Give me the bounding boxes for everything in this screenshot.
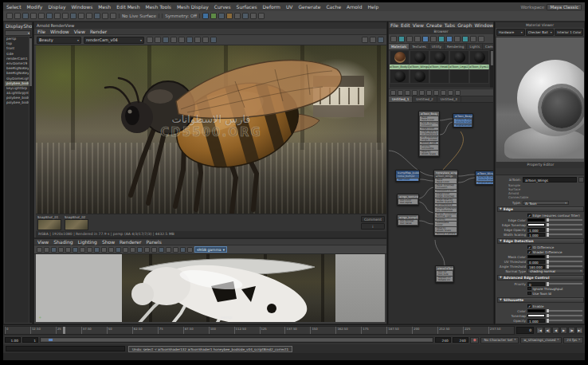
node-place2dtexture1[interactable]: place2dTexture1Out UVOut SizeRepeat UVRo…	[435, 265, 454, 283]
timeline-tick[interactable]: 62.50	[132, 327, 158, 334]
create-material-icon[interactable]	[422, 36, 429, 42]
auto-key-button[interactable]: ◆	[470, 337, 480, 343]
swatch-size-icon[interactable]	[454, 36, 461, 42]
scale-tool-icon[interactable]	[86, 13, 92, 19]
node-attr-row[interactable]: Silhouette	[420, 147, 438, 150]
node-attr-row[interactable]: Base	[420, 116, 438, 119]
dropdown[interactable]: shading normal▾	[527, 269, 584, 273]
use-all-lights-icon[interactable]	[123, 247, 128, 253]
category-tab[interactable]: Textures	[410, 44, 429, 49]
slider[interactable]	[547, 310, 582, 312]
browser-header[interactable]: Browser	[389, 29, 493, 34]
gate-mask-icon[interactable]	[73, 247, 78, 253]
node-attr-row[interactable]: Base Color	[435, 181, 457, 183]
plane-split-icon[interactable]	[187, 247, 193, 253]
checkbox[interactable]: ✓	[527, 214, 531, 218]
snap-grid-icon[interactable]	[94, 13, 100, 19]
menu-item[interactable]: Generate	[298, 4, 320, 10]
clip-dropdown[interactable]: w_sitswings_closed ▾	[520, 337, 562, 343]
node-attr-row[interactable]: Angle Threshold	[435, 213, 457, 215]
menu-item[interactable]: Display	[48, 4, 65, 10]
node-bumpmap-bubbles-v04[interactable]: bumpMap_bubbles_v04noise_bump2Out Color	[395, 170, 420, 182]
list-view-icon[interactable]	[446, 36, 453, 42]
node-editor-canvas[interactable]: aiToon_BodyBaseBase ColorBase TonemapEmi…	[389, 103, 494, 324]
menu-item[interactable]: Mesh Tools	[145, 4, 171, 10]
graph-tab[interactable]: Untitled_3	[437, 96, 461, 102]
node-attr-row[interactable]: Surface Shader	[476, 176, 493, 179]
slider[interactable]	[547, 265, 582, 267]
playback-button[interactable]: |◀	[536, 327, 543, 334]
render-current-icon[interactable]	[202, 13, 209, 19]
xray-icon[interactable]	[173, 247, 178, 253]
info-icon[interactable]	[210, 37, 217, 43]
viewport-menu-item[interactable]: Panels	[146, 239, 161, 245]
debug-shading-icon[interactable]	[186, 37, 193, 43]
material-swatch[interactable]	[469, 50, 489, 65]
save-image-icon[interactable]	[194, 37, 201, 43]
timeline-tick[interactable]: 75	[158, 327, 183, 334]
textured-icon[interactable]	[116, 247, 121, 253]
material-preview[interactable]	[496, 37, 585, 162]
refresh-icon[interactable]	[414, 36, 421, 42]
playback-button[interactable]: ▶	[560, 327, 567, 334]
node-attr-row[interactable]: ID Difference	[435, 204, 457, 206]
section-header-silhouette[interactable]: ▼Silhouette	[497, 297, 584, 303]
isolate-select-icon[interactable]	[166, 247, 171, 253]
slider[interactable]	[547, 283, 582, 285]
menu-item[interactable]: Windows	[72, 4, 93, 10]
undo-icon[interactable]	[30, 13, 37, 19]
node-attr-row[interactable]: Out Color	[397, 179, 418, 181]
forward-icon[interactable]	[398, 36, 405, 42]
menu-item[interactable]: Select	[6, 4, 22, 10]
slider[interactable]	[547, 315, 582, 316]
node-attr-row[interactable]: Surface Shader	[454, 119, 472, 121]
compare-icon[interactable]	[171, 37, 177, 43]
section-header-advanced-edge-control[interactable]: ▼Advanced Edge Control	[497, 275, 584, 281]
slider[interactable]	[547, 256, 582, 257]
section-header-edge-detection[interactable]: ▼Edge Detection	[497, 238, 584, 244]
node-attr-row[interactable]: Width Scale	[435, 230, 457, 232]
node-attr-row[interactable]: Width Scale	[420, 153, 438, 155]
slider[interactable]	[547, 224, 582, 226]
mel-command-input[interactable]	[6, 346, 125, 351]
slider[interactable]	[547, 234, 582, 235]
timeline-tick[interactable]: 100	[209, 327, 234, 334]
slider[interactable]	[547, 219, 582, 221]
multisample-icon[interactable]	[151, 247, 157, 253]
shaded-icon[interactable]	[108, 247, 114, 253]
timeline-tick[interactable]: 0	[5, 327, 30, 334]
hypershade-menu-item[interactable]: Window	[475, 22, 494, 28]
node-attr-row[interactable]: Repeat UV	[437, 277, 453, 279]
slider[interactable]	[547, 229, 582, 230]
hypershade-menu-item[interactable]: Create	[426, 22, 442, 28]
anim-start-field[interactable]: 1.00	[5, 337, 21, 343]
render-sequence-icon[interactable]	[218, 13, 225, 19]
value-field[interactable]: 1.000	[527, 319, 545, 323]
node-attr-row[interactable]: Width Scaling	[435, 201, 457, 203]
browser-scrollbar[interactable]	[490, 50, 493, 88]
timeline-tick[interactable]: 150	[310, 327, 335, 334]
frame-selection-icon[interactable]	[433, 90, 439, 96]
menu-item[interactable]: Arnold	[347, 4, 362, 10]
node-attr-row[interactable]: UV Threshold	[420, 136, 438, 139]
focus-button[interactable]	[578, 177, 584, 182]
value-field[interactable]: 0	[527, 282, 545, 286]
renderview-menu-item[interactable]: Render	[90, 29, 107, 34]
node-attr-row[interactable]: Priority	[420, 145, 438, 147]
node-attr-row[interactable]: Out Alpha	[398, 202, 417, 204]
clear-icon[interactable]	[478, 36, 484, 42]
node-aitoon-body[interactable]: aiToon_BodyBaseBase ColorBase TonemapEmi…	[418, 111, 440, 157]
outliner-item[interactable]: polybee_bodside_v0rig	[5, 81, 29, 86]
info-button[interactable]: i	[361, 223, 385, 230]
node-attr-row[interactable]: Out UV	[437, 271, 453, 273]
snapshot-1[interactable]: SnapShot_01	[37, 215, 61, 230]
hypershade-menu-item[interactable]: View	[413, 22, 424, 28]
timeline-tick[interactable]: 50	[107, 327, 132, 334]
node-attr-row[interactable]: Opacity	[420, 151, 438, 153]
checkbox[interactable]: ✓	[527, 304, 531, 308]
material-swatch[interactable]	[449, 50, 469, 65]
timeline-tick[interactable]: 25	[56, 327, 81, 334]
menu-item[interactable]: Help	[368, 4, 379, 10]
aov-isolate-icon[interactable]	[178, 37, 185, 43]
snapshot-icon[interactable]	[163, 37, 169, 43]
